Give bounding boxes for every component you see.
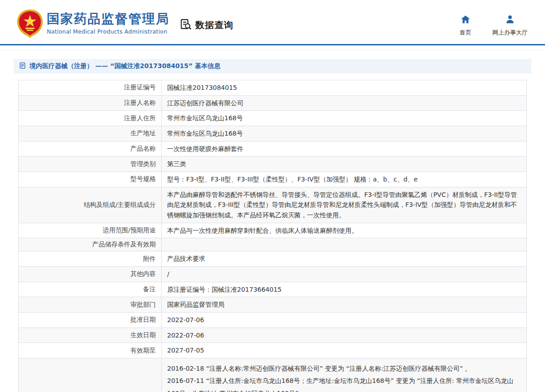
site-header: 国家药品监督管理局 National Medical Products Admi… bbox=[0, 0, 545, 45]
header-divider bbox=[0, 50, 545, 50]
table-row: 产品储存条件及有效期 bbox=[19, 238, 527, 251]
breadcrumb: 境内医疗器械（注册） —— “国械注准20173084015” 基本信息 bbox=[14, 59, 531, 74]
row-label: 注册证编号 bbox=[19, 80, 162, 96]
row-value: 国家药品监督管理局 bbox=[162, 297, 527, 313]
row-value: 2022-07-06 bbox=[162, 328, 527, 343]
row-value: 本产品由麻醉导管和选配件不锈钢导丝、导管接头、导管定位器组成。F3-I型导管由聚… bbox=[162, 187, 527, 223]
row-label: 结构及组成/主要组成成分 bbox=[19, 187, 162, 223]
nav-label: 网上办事大厅 bbox=[492, 29, 528, 37]
table-row: 注册人名称 江苏迈创医疗器械有限公司 bbox=[19, 95, 527, 111]
row-label: 产品名称 bbox=[19, 141, 162, 157]
table-row: 审批部门 国家药品监督管理局 bbox=[19, 297, 527, 313]
table-row: 附件 产品技术要求 bbox=[19, 251, 527, 267]
row-value: 2022-07-06 bbox=[162, 313, 527, 328]
row-label: 其他内容 bbox=[19, 267, 162, 282]
row-label: 生效日期 bbox=[19, 328, 162, 343]
document-search-icon bbox=[180, 18, 192, 32]
row-label: 备注 bbox=[19, 282, 162, 297]
table-row: 注册人住所 常州市金坛区乌龙山168号 bbox=[19, 111, 527, 126]
table-row: 结构及组成/主要组成成分 本产品由麻醉导管和选配件不锈钢导丝、导管接头、导管定位… bbox=[19, 187, 527, 223]
national-emblem-icon[interactable] bbox=[16, 9, 44, 37]
row-label: 型号规格 bbox=[19, 172, 162, 187]
data-query-label: 数据查询 bbox=[195, 19, 233, 31]
table-row: 生效日期 2022-07-06 bbox=[19, 328, 527, 343]
registration-info-table: 注册证编号 国械注准20173084015 注册人名称 江苏迈创医疗器械有限公司… bbox=[18, 80, 527, 392]
row-value: 第三类 bbox=[162, 157, 527, 172]
row-value: 本产品与一次性使用麻醉穿刺针配合、供临床人体输送麻醉剂使用。 bbox=[162, 223, 527, 238]
main-content: 境内医疗器械（注册） —— “国械注准20173084015” 基本信息 注册证… bbox=[14, 59, 531, 392]
row-value bbox=[162, 238, 527, 251]
row-value: 常州市金坛区乌龙山168号 bbox=[162, 111, 527, 126]
org-name-en: National Medical Products Administration bbox=[47, 28, 169, 35]
row-label: 适用范围/预期用途 bbox=[19, 223, 162, 238]
row-value: 江苏迈创医疗器械有限公司 bbox=[162, 95, 527, 111]
row-label: 有效期至 bbox=[19, 343, 162, 358]
org-name-block: 国家药品监督管理局 National Medical Products Admi… bbox=[47, 12, 169, 35]
table-row: 备注 原注册证编号：国械注准20173664015 bbox=[19, 282, 527, 297]
row-label: 生产地址 bbox=[19, 126, 162, 142]
top-nav: 首页 网上办事大厅 bbox=[460, 15, 528, 37]
row-label: 附件 bbox=[19, 251, 162, 267]
table-row: 其他内容 / bbox=[19, 267, 527, 282]
row-value: 型号：F3-I型、F3-II型、F3-III型（柔性型）、F3-IV型（加强型）… bbox=[162, 172, 527, 187]
row-value: 国械注准20173084015 bbox=[162, 80, 527, 96]
row-value: / bbox=[162, 267, 527, 282]
page-title: 境内医疗器械（注册） —— “国械注准20173084015” 基本信息 bbox=[30, 62, 220, 70]
home-icon bbox=[461, 15, 471, 26]
table-row: 适用范围/预期用途 本产品与一次性使用麻醉穿刺针配合、供临床人体输送麻醉剂使用。 bbox=[19, 223, 527, 238]
nav-item-service-hall[interactable]: 网上办事大厅 bbox=[492, 15, 528, 37]
row-value: 一次性使用硬膜外麻醉套件 bbox=[162, 141, 527, 157]
row-label bbox=[19, 358, 162, 392]
nav-label: 首页 bbox=[460, 29, 471, 37]
row-value-change-history: 2016-02-18 “注册人名称:常州迈创医疗器械有限公司” 变更为 “注册人… bbox=[162, 358, 527, 392]
row-label: 注册人名称 bbox=[19, 95, 162, 111]
table-row: 注册证编号 国械注准20173084015 bbox=[19, 80, 527, 96]
row-label: 审批部门 bbox=[19, 297, 162, 313]
nav-item-home[interactable]: 首页 bbox=[460, 15, 471, 37]
row-value-attachment: 产品技术要求 bbox=[162, 251, 527, 267]
row-value: 2027-07-05 bbox=[162, 343, 527, 358]
org-name-cn: 国家药品监督管理局 bbox=[47, 12, 169, 26]
table-row: 生产地址 常州市金坛区乌龙山168号 bbox=[19, 126, 527, 142]
row-value: 原注册证编号：国械注准20173664015 bbox=[162, 282, 527, 297]
row-label: 产品储存条件及有效期 bbox=[19, 238, 162, 251]
row-label: 批准日期 bbox=[19, 313, 162, 328]
data-query-tab[interactable]: 数据查询 bbox=[180, 18, 233, 32]
document-icon bbox=[19, 62, 26, 71]
table-row: 有效期至 2027-07-05 bbox=[19, 343, 527, 358]
table-row: 管理类别 第三类 bbox=[19, 157, 527, 172]
table-row: 批准日期 2022-07-06 bbox=[19, 313, 527, 328]
row-label: 注册人住所 bbox=[19, 111, 162, 126]
table-row-change-history: 2016-02-18 “注册人名称:常州迈创医疗器械有限公司” 变更为 “注册人… bbox=[19, 358, 527, 392]
table-row: 产品名称 一次性使用硬膜外麻醉套件 bbox=[19, 141, 527, 157]
row-value: 常州市金坛区乌龙山168号 bbox=[162, 126, 527, 142]
user-icon bbox=[505, 15, 515, 26]
table-row: 型号规格 型号：F3-I型、F3-II型、F3-III型（柔性型）、F3-IV型… bbox=[19, 172, 527, 187]
row-label: 管理类别 bbox=[19, 157, 162, 172]
